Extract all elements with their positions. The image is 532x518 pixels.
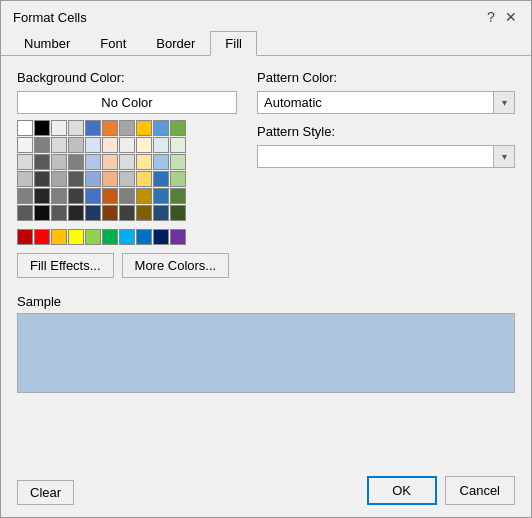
color-r5c4[interactable] <box>68 188 84 204</box>
color-r6c1[interactable] <box>17 205 33 221</box>
color-r2c5[interactable] <box>85 137 101 153</box>
std-color-7[interactable] <box>119 229 135 245</box>
color-row-1 <box>17 120 237 136</box>
color-r2c7[interactable] <box>119 137 135 153</box>
color-r5c3[interactable] <box>51 188 67 204</box>
color-r4c5[interactable] <box>85 171 101 187</box>
color-r6c7[interactable] <box>119 205 135 221</box>
color-r4c6[interactable] <box>102 171 118 187</box>
color-r5c7[interactable] <box>119 188 135 204</box>
std-color-2[interactable] <box>34 229 50 245</box>
color-r6c10[interactable] <box>170 205 186 221</box>
tab-border[interactable]: Border <box>141 31 210 56</box>
color-r6c9[interactable] <box>153 205 169 221</box>
title-bar: Format Cells ? ✕ <box>1 1 531 29</box>
color-r3c3[interactable] <box>51 154 67 170</box>
color-r5c6[interactable] <box>102 188 118 204</box>
color-r5c10[interactable] <box>170 188 186 204</box>
close-button[interactable]: ✕ <box>503 9 519 25</box>
color-row-2 <box>17 137 237 153</box>
bottom-row: Clear OK Cancel <box>1 468 531 517</box>
color-gray1[interactable] <box>51 120 67 136</box>
color-r2c4[interactable] <box>68 137 84 153</box>
color-r4c8[interactable] <box>136 171 152 187</box>
color-r6c8[interactable] <box>136 205 152 221</box>
color-gray2[interactable] <box>68 120 84 136</box>
clear-button[interactable]: Clear <box>17 480 74 505</box>
color-r5c9[interactable] <box>153 188 169 204</box>
no-color-button[interactable]: No Color <box>17 91 237 114</box>
pattern-style-dropdown-row: ▾ <box>257 145 515 168</box>
fill-effects-button[interactable]: Fill Effects... <box>17 253 114 278</box>
color-r2c8[interactable] <box>136 137 152 153</box>
color-gray3[interactable] <box>119 120 135 136</box>
color-r3c5[interactable] <box>85 154 101 170</box>
help-button[interactable]: ? <box>483 9 499 25</box>
color-r2c9[interactable] <box>153 137 169 153</box>
color-blue1[interactable] <box>85 120 101 136</box>
tab-font[interactable]: Font <box>85 31 141 56</box>
color-r3c7[interactable] <box>119 154 135 170</box>
color-blue2[interactable] <box>153 120 169 136</box>
std-color-10[interactable] <box>170 229 186 245</box>
color-r5c5[interactable] <box>85 188 101 204</box>
color-r3c10[interactable] <box>170 154 186 170</box>
color-r6c5[interactable] <box>85 205 101 221</box>
color-r3c8[interactable] <box>136 154 152 170</box>
color-r3c4[interactable] <box>68 154 84 170</box>
std-color-4[interactable] <box>68 229 84 245</box>
effects-row: Fill Effects... More Colors... <box>17 253 237 278</box>
std-color-3[interactable] <box>51 229 67 245</box>
color-black[interactable] <box>34 120 50 136</box>
tab-number[interactable]: Number <box>9 31 85 56</box>
color-r3c2[interactable] <box>34 154 50 170</box>
color-r3c1[interactable] <box>17 154 33 170</box>
color-r4c9[interactable] <box>153 171 169 187</box>
tab-fill[interactable]: Fill <box>210 31 257 56</box>
pattern-style-label: Pattern Style: <box>257 124 515 139</box>
std-color-1[interactable] <box>17 229 33 245</box>
ok-cancel-buttons: OK Cancel <box>367 476 515 505</box>
color-r4c3[interactable] <box>51 171 67 187</box>
color-grid <box>17 120 237 221</box>
color-r3c6[interactable] <box>102 154 118 170</box>
ok-button[interactable]: OK <box>367 476 437 505</box>
std-color-9[interactable] <box>153 229 169 245</box>
color-r6c6[interactable] <box>102 205 118 221</box>
more-colors-button[interactable]: More Colors... <box>122 253 230 278</box>
color-white[interactable] <box>17 120 33 136</box>
std-color-5[interactable] <box>85 229 101 245</box>
sample-section: Sample <box>17 294 515 393</box>
color-r2c3[interactable] <box>51 137 67 153</box>
color-r2c2[interactable] <box>34 137 50 153</box>
sample-box <box>17 313 515 393</box>
color-r6c3[interactable] <box>51 205 67 221</box>
color-row-4 <box>17 171 237 187</box>
color-r6c4[interactable] <box>68 205 84 221</box>
color-r6c2[interactable] <box>34 205 50 221</box>
color-r2c10[interactable] <box>170 137 186 153</box>
std-color-6[interactable] <box>102 229 118 245</box>
format-cells-dialog: Format Cells ? ✕ Number Font Border Fill… <box>0 0 532 518</box>
color-row-3 <box>17 154 237 170</box>
color-r4c7[interactable] <box>119 171 135 187</box>
pattern-color-select[interactable]: Automatic <box>257 91 515 114</box>
color-r4c10[interactable] <box>170 171 186 187</box>
sample-label: Sample <box>17 294 515 309</box>
pattern-style-select[interactable] <box>257 145 515 168</box>
color-r5c2[interactable] <box>34 188 50 204</box>
cancel-button[interactable]: Cancel <box>445 476 515 505</box>
color-r2c1[interactable] <box>17 137 33 153</box>
color-r4c2[interactable] <box>34 171 50 187</box>
std-color-8[interactable] <box>136 229 152 245</box>
color-orange1[interactable] <box>102 120 118 136</box>
color-gold[interactable] <box>136 120 152 136</box>
left-column: Background Color: No Color <box>17 70 237 278</box>
color-teal[interactable] <box>170 120 186 136</box>
color-r4c1[interactable] <box>17 171 33 187</box>
color-r5c1[interactable] <box>17 188 33 204</box>
color-r4c4[interactable] <box>68 171 84 187</box>
color-r3c9[interactable] <box>153 154 169 170</box>
color-r5c8[interactable] <box>136 188 152 204</box>
color-r2c6[interactable] <box>102 137 118 153</box>
